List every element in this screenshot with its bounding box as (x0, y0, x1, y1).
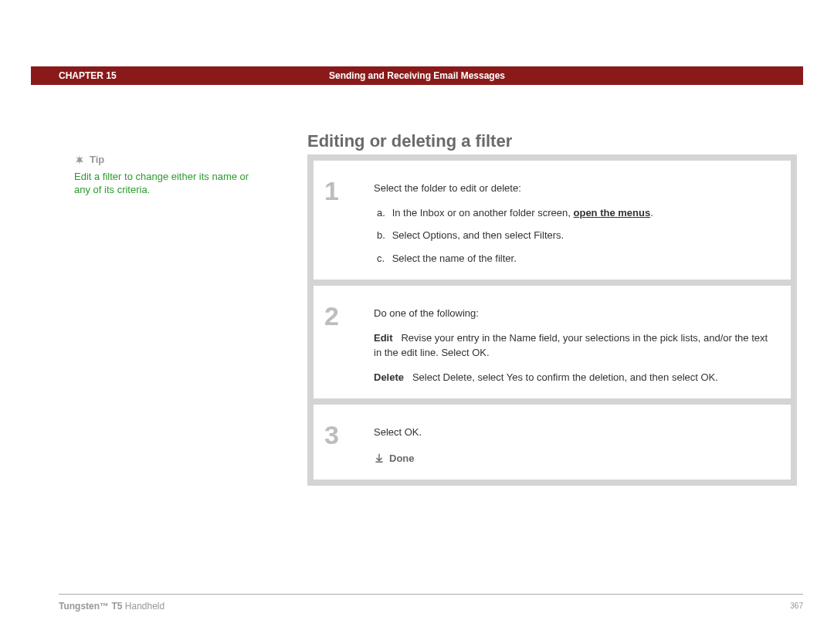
tip-sidebar: Tip Edit a filter to change either its n… (74, 153, 267, 197)
sub-letter: a. (377, 205, 389, 221)
step-1c-text: Select the name of the filter. (392, 253, 517, 264)
step-1: 1 Select the folder to edit or delete: a… (314, 161, 791, 280)
step-1a-post: . (650, 207, 653, 219)
done-indicator: Done (374, 451, 775, 466)
footer-product-bold: Tungsten™ T5 (59, 601, 122, 612)
steps-container: 1 Select the folder to edit or delete: a… (307, 154, 797, 486)
step-2-delete: Delete Select Delete, select Yes to conf… (374, 370, 775, 385)
step-number: 3 (324, 419, 374, 448)
sub-letter: c. (377, 251, 389, 266)
step-number: 1 (324, 175, 374, 204)
step-1a: a. In the Inbox or on another folder scr… (377, 205, 775, 221)
step-1-intro: Select the folder to edit or delete: (374, 181, 775, 196)
step-1b-text: Select Options, and then select Filters. (392, 229, 564, 241)
step-2-edit: Edit Revise your entry in the Name field… (374, 330, 775, 361)
delete-label: Delete (374, 371, 404, 383)
edit-text: Revise your entry in the Name field, you… (374, 332, 768, 359)
done-label: Done (389, 451, 415, 466)
step-1b: b. Select Options, and then select Filte… (377, 228, 775, 243)
step-3: 3 Select OK. Done (314, 405, 791, 480)
tip-label: Tip (90, 153, 104, 167)
section-title: Editing or deleting a filter (307, 131, 512, 151)
footer-page-number: 367 (790, 602, 803, 610)
chapter-header: CHAPTER 15 Sending and Receiving Email M… (31, 66, 803, 85)
footer-product: Tungsten™ T5 Handheld (59, 601, 164, 612)
asterisk-icon (74, 154, 85, 165)
tip-body: Edit a filter to change either its name … (74, 170, 267, 197)
footer-product-rest: Handheld (122, 601, 164, 612)
delete-text: Select Delete, select Yes to confirm the… (412, 371, 718, 383)
step-number: 2 (324, 300, 374, 329)
step-2: 2 Do one of the following: Edit Revise y… (314, 286, 791, 398)
chapter-topic: Sending and Receiving Email Messages (31, 70, 803, 81)
down-arrow-icon (374, 452, 385, 463)
step-1a-pre: In the Inbox or on another folder screen… (392, 207, 574, 219)
sub-letter: b. (377, 228, 389, 243)
open-menus-link[interactable]: open the menus (574, 207, 651, 219)
edit-label: Edit (374, 332, 393, 344)
step-2-intro: Do one of the following: (374, 306, 775, 321)
tip-header: Tip (74, 153, 267, 167)
step-1c: c. Select the name of the filter. (377, 251, 775, 266)
step-3-text: Select OK. (374, 425, 775, 440)
footer-rule (59, 594, 803, 595)
